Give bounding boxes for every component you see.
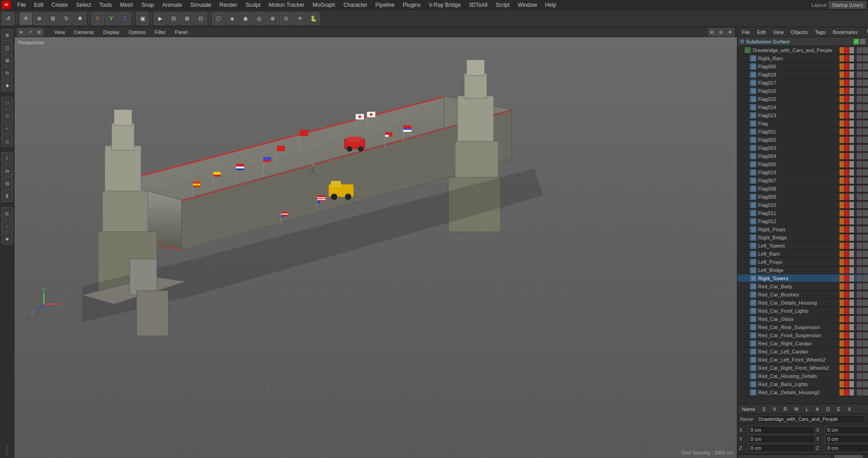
paint-btn[interactable]: ◉	[239, 12, 252, 25]
vp-menu-display[interactable]: Display	[101, 29, 121, 36]
tree-dot-34-1[interactable]	[844, 324, 849, 330]
tree-extra-dot-24-0[interactable]	[857, 243, 862, 249]
undo-btn[interactable]: ↺	[2, 12, 14, 25]
tree-dot-37-0[interactable]	[840, 348, 844, 355]
menu-3dtoall[interactable]: 3DToAll	[465, 1, 491, 9]
vp-expand-btn[interactable]: ⊞	[708, 28, 716, 36]
y-size-input[interactable]	[825, 435, 868, 443]
tree-item-28[interactable]: ◻Right_Towers	[737, 274, 868, 282]
tree-dot-27-0[interactable]	[840, 267, 844, 273]
tree-item-29[interactable]: ◻Red_Car_Body	[737, 282, 868, 291]
tree-extra-dot-26-0[interactable]	[857, 259, 862, 265]
tree-extra-dot-26-1[interactable]	[863, 259, 868, 265]
tree-dot-5-1[interactable]	[844, 88, 849, 94]
rp-bookmarks[interactable]: Bookmarks	[831, 29, 859, 36]
vp-settings-btn[interactable]: ⚙	[726, 28, 734, 36]
tree-item-31[interactable]: ◻Red_Car_Details_Housing	[737, 299, 868, 307]
menu-file[interactable]: File	[14, 1, 29, 9]
dollar-btn[interactable]: $	[1, 190, 13, 202]
tree-extra-dot-11-0[interactable]	[857, 137, 862, 143]
vp-fullscreen-btn[interactable]: ⊟	[717, 28, 725, 36]
tree-extra-dot-8-1[interactable]	[863, 112, 868, 119]
tree-extra-dot-4-1[interactable]	[863, 80, 868, 86]
menu-create[interactable]: Create	[48, 1, 71, 9]
tree-item-0[interactable]: ▷Drawbridge_with_Cars_and_People	[737, 46, 868, 54]
tree-dot-23-2[interactable]	[849, 234, 854, 241]
tree-item-35[interactable]: ◻Red_Car_Front_Suspension	[737, 331, 868, 339]
tree-item-21[interactable]: ◻Flag012	[737, 217, 868, 225]
tree-extra-dot-27-0[interactable]	[857, 267, 862, 273]
camera-btn[interactable]: ⊙	[280, 12, 292, 25]
tree-dot-14-1[interactable]	[844, 161, 849, 167]
tree-extra-dot-30-0[interactable]	[857, 291, 862, 298]
tree-extra-dot-4-0[interactable]	[857, 80, 862, 86]
tree-dot-38-1[interactable]	[844, 357, 849, 363]
brush-btn[interactable]: ◈	[226, 12, 238, 25]
tree-dot-6-1[interactable]	[844, 96, 849, 102]
tree-extra-dot-16-0[interactable]	[857, 177, 862, 184]
tree-extra-dot-2-0[interactable]	[857, 63, 862, 70]
props-name-tab[interactable]: Name	[740, 406, 757, 413]
tree-dot-12-0[interactable]	[840, 145, 844, 151]
menu-sculpt[interactable]: Sculpt	[242, 1, 264, 9]
render-preview-btn[interactable]: ▶	[154, 12, 166, 25]
props-l-tab[interactable]: L	[804, 406, 810, 413]
menu-select[interactable]: Select	[72, 1, 94, 9]
tree-dot-27-2[interactable]	[849, 267, 854, 273]
mode-btn-9[interactable]: △	[1, 135, 13, 147]
menu-mesh[interactable]: Mesh	[116, 1, 137, 9]
menu-tools[interactable]: Tools	[95, 1, 115, 9]
tree-dot-35-1[interactable]	[844, 332, 849, 339]
tree-extra-dot-17-0[interactable]	[857, 186, 862, 192]
tree-extra-dot-34-0[interactable]	[857, 324, 862, 330]
menu-render[interactable]: Render	[216, 1, 241, 9]
menu-plugins[interactable]: Plugins	[399, 1, 424, 9]
tree-dot-26-0[interactable]	[840, 259, 844, 265]
tree-item-22[interactable]: ◻Right_Props	[737, 225, 868, 234]
tree-dot-1-2[interactable]	[849, 55, 854, 62]
tree-dot-24-0[interactable]	[840, 243, 844, 249]
tree-item-18[interactable]: ◻Flag009	[737, 193, 868, 201]
tree-dot-41-0[interactable]	[840, 381, 844, 387]
tree-extra-dot-36-0[interactable]	[857, 340, 862, 347]
tree-dot-19-2[interactable]	[849, 202, 854, 208]
tree-dot-42-1[interactable]	[844, 389, 849, 396]
tree-item-41[interactable]: ◻Red_Car_Back_Lights	[737, 380, 868, 388]
tree-item-12[interactable]: ◻Flag003	[737, 144, 868, 152]
tree-extra-dot-1-0[interactable]	[857, 55, 862, 62]
tree-dot-19-0[interactable]	[840, 202, 844, 208]
props-x-tab[interactable]: X	[846, 406, 853, 413]
tree-dot-25-0[interactable]	[840, 251, 844, 257]
tree-dot-16-0[interactable]	[840, 177, 844, 184]
tree-extra-dot-19-0[interactable]	[857, 202, 862, 208]
tree-item-2[interactable]: ◻Flag006	[737, 62, 868, 71]
tree-dot-23-1[interactable]	[844, 234, 849, 241]
tree-dot-41-2[interactable]	[849, 381, 854, 387]
tree-dot-30-1[interactable]	[844, 291, 849, 298]
tree-dot-25-2[interactable]	[849, 251, 854, 257]
menu-vray[interactable]: V-Ray Bridge	[425, 1, 464, 9]
tree-extra-dot-22-0[interactable]	[857, 226, 862, 233]
ruler-btn[interactable]: ⌇	[1, 152, 13, 164]
tree-dot-39-1[interactable]	[844, 365, 849, 371]
tree-item-1[interactable]: ◻Right_Ram	[737, 54, 868, 62]
render-region-btn[interactable]: ⊟	[167, 12, 180, 25]
tree-dot-41-1[interactable]	[844, 381, 849, 387]
tree-extra-dot-21-0[interactable]	[857, 218, 862, 224]
tree-dot-6-2[interactable]	[849, 96, 854, 102]
x-axis-btn[interactable]: X	[91, 12, 104, 25]
tree-extra-dot-5-1[interactable]	[863, 88, 868, 94]
tree-item-5[interactable]: ◻Flag016	[737, 87, 868, 95]
tree-extra-dot-15-1[interactable]	[863, 169, 868, 176]
tree-item-38[interactable]: ◻Red_Car_Left_Front_Wheels2	[737, 356, 868, 364]
layout-value[interactable]: Startup (User)	[829, 1, 866, 9]
menu-character[interactable]: Character	[340, 1, 371, 9]
tree-dot-13-2[interactable]	[849, 153, 854, 159]
tree-dot-36-0[interactable]	[840, 340, 844, 347]
polygon-btn[interactable]: ⬡	[212, 12, 225, 25]
menu-animate[interactable]: Animate	[159, 1, 186, 9]
tree-item-8[interactable]: ◻Flag013	[737, 111, 868, 119]
props-v-tab[interactable]: V	[771, 406, 778, 413]
tree-extra-dot-32-0[interactable]	[857, 308, 862, 314]
viewport[interactable]: X Y Z Perspective Grid Spacing : 1000 cm…	[14, 37, 737, 458]
